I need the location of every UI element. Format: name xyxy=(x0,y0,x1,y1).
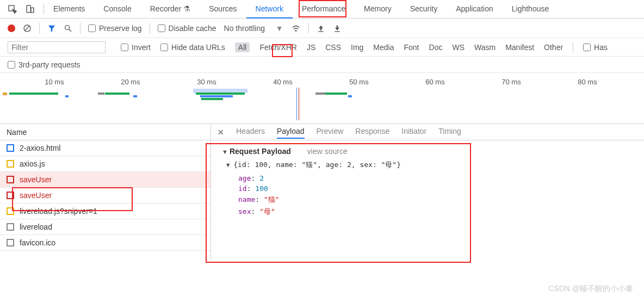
tick-30ms: 30 ms xyxy=(169,78,245,86)
close-detail-icon[interactable]: ✕ xyxy=(218,128,224,137)
invert-checkbox[interactable]: Invert xyxy=(121,43,151,52)
svg-rect-2 xyxy=(31,8,34,13)
request-name: livereload xyxy=(20,223,52,231)
ftype-doc[interactable]: Doc xyxy=(429,43,443,52)
detail-tab-initiator[interactable]: Initiator xyxy=(401,127,426,138)
name-column-header[interactable]: Name xyxy=(0,124,210,140)
request-row[interactable]: livereload xyxy=(0,219,210,235)
throttling-selector[interactable]: No throttling ▼ xyxy=(224,24,283,33)
timeline-ruler: 10 ms 20 ms 30 ms 40 ms 50 ms 60 ms 70 m… xyxy=(0,73,644,86)
divider xyxy=(150,23,150,34)
request-row[interactable]: favicon.ico xyxy=(0,235,210,251)
network-conditions-icon[interactable] xyxy=(291,23,301,33)
third-party-checkbox[interactable]: 3rd-party requests xyxy=(8,60,81,69)
invert-label: Invert xyxy=(132,43,151,52)
detail-tab-preview[interactable]: Preview xyxy=(317,127,344,138)
timeline-bar xyxy=(105,93,129,95)
payload-property: age: 2 xyxy=(238,174,633,182)
ftype-ws[interactable]: WS xyxy=(452,43,465,52)
timeline-bar xyxy=(201,98,223,100)
request-name: 2-axios.html xyxy=(20,144,60,152)
timeline-bar xyxy=(3,93,7,95)
file-type-icon xyxy=(7,239,14,246)
request-list: Name 2-axios.htmlaxios.jssaveUsersaveUse… xyxy=(0,124,211,260)
request-row[interactable]: livereload.js?snipver=1 xyxy=(0,204,210,219)
tab-security[interactable]: Security xyxy=(401,0,447,19)
ftype-js[interactable]: JS xyxy=(307,43,315,52)
preserve-log-label: Preserve log xyxy=(99,24,142,33)
timeline-bar xyxy=(299,88,299,120)
detail-tab-response[interactable]: Response xyxy=(355,127,389,138)
download-har-icon[interactable] xyxy=(333,24,342,33)
request-name: favicon.ico xyxy=(20,238,55,247)
detail-tab-payload[interactable]: Payload xyxy=(277,127,305,139)
tab-memory[interactable]: Memory xyxy=(355,0,401,19)
file-type-icon xyxy=(7,176,14,183)
watermark: CSDN @睡不醒的小小秦 xyxy=(548,284,633,294)
inspect-icon[interactable] xyxy=(8,4,17,14)
disable-cache-checkbox[interactable]: Disable cache xyxy=(158,24,216,33)
ftype-all[interactable]: All xyxy=(235,42,250,52)
tab-elements[interactable]: Elements xyxy=(44,0,94,19)
tab-application[interactable]: Application xyxy=(447,0,503,19)
payload-property: sex: "母" xyxy=(238,207,633,217)
timeline-bar xyxy=(315,93,325,95)
hide-data-urls-checkbox[interactable]: Hide data URLs xyxy=(160,43,225,52)
tick-60ms: 60 ms xyxy=(397,78,473,86)
timeline-bar xyxy=(296,88,297,120)
file-type-icon xyxy=(7,207,14,215)
search-icon[interactable] xyxy=(64,24,72,33)
tab-console[interactable]: Console xyxy=(94,0,140,19)
upload-har-icon[interactable] xyxy=(317,24,325,33)
main-tabs-bar: Elements Console Recorder ⚗ Sources Netw… xyxy=(0,0,644,19)
request-row[interactable]: axios.js xyxy=(0,156,210,172)
svg-rect-8 xyxy=(318,31,323,32)
tab-sources[interactable]: Sources xyxy=(200,0,246,19)
tick-20ms: 20 ms xyxy=(92,78,169,86)
tab-lighthouse[interactable]: Lighthouse xyxy=(503,0,559,19)
ftype-img[interactable]: Img xyxy=(351,43,363,52)
divider xyxy=(39,23,40,34)
filter-input[interactable] xyxy=(8,41,106,53)
has-blocked-checkbox[interactable]: Has xyxy=(583,43,608,52)
detail-tab-timing[interactable]: Timing xyxy=(438,127,461,138)
preserve-log-checkbox[interactable]: Preserve log xyxy=(88,24,142,33)
payload-title[interactable]: Request Payload xyxy=(222,147,291,156)
timeline-bar xyxy=(133,95,137,97)
ftype-css[interactable]: CSS xyxy=(325,43,341,52)
request-row[interactable]: saveUser xyxy=(0,172,210,188)
detail-tab-headers[interactable]: Headers xyxy=(236,127,265,138)
svg-line-4 xyxy=(24,26,29,30)
view-source-link[interactable]: view source xyxy=(307,147,348,156)
clear-icon[interactable] xyxy=(23,24,32,33)
network-toolbar: Preserve log Disable cache No throttling… xyxy=(0,19,644,38)
payload-summary[interactable]: {id: 100, name: "猫", age: 2, sex: "母"} xyxy=(226,160,633,170)
tab-recorder[interactable]: Recorder ⚗ xyxy=(141,0,200,19)
tick-50ms: 50 ms xyxy=(321,78,397,86)
ftype-font[interactable]: Font xyxy=(404,43,419,52)
file-type-icon xyxy=(7,160,14,168)
ftype-other[interactable]: Other xyxy=(544,43,563,52)
svg-line-6 xyxy=(69,29,71,32)
ftype-manifest[interactable]: Manifest xyxy=(505,43,534,52)
tab-performance[interactable]: Performance xyxy=(293,0,355,19)
tab-network[interactable]: Network xyxy=(246,0,293,19)
divider xyxy=(80,23,81,34)
ftype-media[interactable]: Media xyxy=(373,43,394,52)
tick-10ms: 10 ms xyxy=(16,78,92,86)
tab-recorder-label: Recorder xyxy=(150,4,182,13)
filter-row: Invert Hide data URLs All Fetch/XHR JS C… xyxy=(0,38,644,57)
timeline-bar xyxy=(98,93,104,95)
device-toggle-icon[interactable] xyxy=(26,4,35,14)
request-row[interactable]: saveUser xyxy=(0,188,210,204)
timeline-overview[interactable] xyxy=(0,86,644,124)
svg-rect-9 xyxy=(335,31,339,32)
timeline-bar xyxy=(325,93,347,95)
request-name: axios.js xyxy=(20,159,45,168)
filter-icon[interactable] xyxy=(47,24,56,33)
record-button[interactable] xyxy=(8,24,15,32)
request-row[interactable]: 2-axios.html xyxy=(0,140,210,156)
request-name: livereload.js?snipver=1 xyxy=(20,207,97,215)
ftype-wasm[interactable]: Wasm xyxy=(474,43,496,52)
ftype-fetch-xhr[interactable]: Fetch/XHR xyxy=(259,43,296,52)
